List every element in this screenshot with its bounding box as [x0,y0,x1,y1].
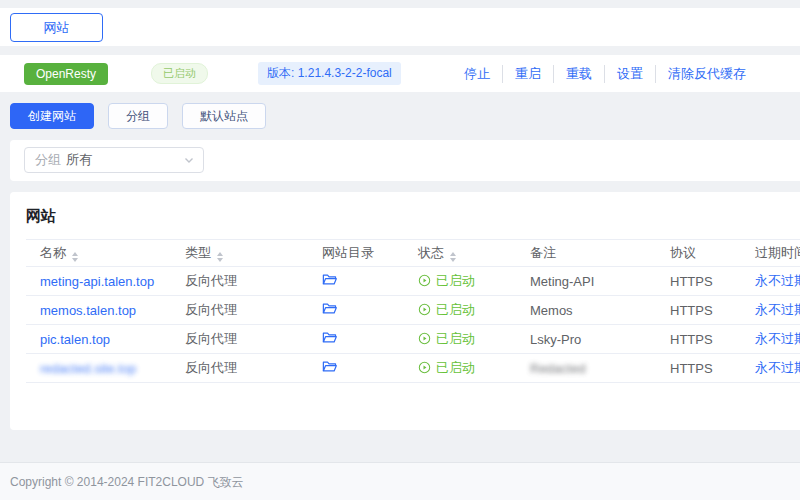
play-circle-icon[interactable] [418,274,431,287]
site-type: 反向代理 [171,354,308,383]
group-filter-select[interactable]: 分组 所有 [24,147,204,173]
chevron-down-icon [183,154,195,166]
table-row: redacted.site.top反向代理已启动RedactedHTTPS永不过… [26,354,800,383]
site-note: Meting-API [530,274,594,289]
websites-table: 名称类型网站目录状态备注协议过期时间 meting-api.talen.top反… [26,239,800,383]
folder-open-icon[interactable] [322,331,337,344]
table-header-row: 名称类型网站目录状态备注协议过期时间 [26,240,800,267]
folder-open-icon[interactable] [322,273,337,286]
site-name-link[interactable]: meting-api.talen.top [40,274,154,289]
column-label: 类型 [185,245,211,260]
column-label: 过期时间 [755,245,800,260]
column-label: 状态 [418,245,444,260]
service-name-badge: OpenResty [24,63,108,85]
sort-caret-icon[interactable] [450,252,456,262]
site-name-link[interactable]: redacted.site.top [40,361,136,376]
status-badge: 已启动 [418,272,475,290]
expire-time-link[interactable]: 永不过期 [755,302,800,317]
column-header-directory: 网站目录 [308,240,404,267]
column-label: 协议 [670,245,696,260]
table-body: meting-api.talen.top反向代理已启动Meting-APIHTT… [26,267,800,383]
service-action-1[interactable]: 停止 [464,65,503,83]
websites-panel: 网站 名称类型网站目录状态备注协议过期时间 meting-api.talen.t… [10,192,800,430]
service-action-4[interactable]: 设置 [617,65,656,83]
expire-time-link[interactable]: 永不过期 [755,360,800,375]
tab-websites[interactable]: 网站 [10,13,103,42]
column-label: 名称 [40,245,66,260]
status-text: 已启动 [436,301,475,319]
column-header-note: 备注 [516,240,656,267]
column-header-status[interactable]: 状态 [404,240,516,267]
column-header-expire: 过期时间 [741,240,800,267]
folder-open-icon[interactable] [322,302,337,315]
group-filter-value: 所有 [66,151,92,169]
site-name-link[interactable]: memos.talen.top [40,303,136,318]
page: { "colors": { "primary": "#2f6cf6", "suc… [0,0,800,500]
group-filter-label: 分组 [35,151,61,169]
site-note: Redacted [530,361,586,376]
column-header-protocol: 协议 [656,240,741,267]
play-circle-icon[interactable] [418,303,431,316]
status-badge: 已启动 [418,359,475,377]
sort-caret-icon[interactable] [72,252,78,262]
site-note: Memos [530,303,573,318]
status-badge: 已启动 [418,330,475,348]
service-status-badge: 已启动 [151,63,208,84]
column-label: 网站目录 [322,245,374,260]
service-action-2[interactable]: 重启 [515,65,554,83]
status-text: 已启动 [436,330,475,348]
expire-time-link[interactable]: 永不过期 [755,331,800,346]
sort-caret-icon[interactable] [217,252,223,262]
folder-open-icon[interactable] [322,360,337,373]
site-type: 反向代理 [171,267,308,296]
service-bar: OpenResty 已启动 版本: 1.21.4.3-2-2-focal 停止重… [0,55,800,92]
site-type: 反向代理 [171,296,308,325]
status-text: 已启动 [436,359,475,377]
default-site-button[interactable]: 默认站点 [182,103,266,129]
service-action-5[interactable]: 清除反代缓存 [668,65,746,83]
tab-bar: 网站 [0,8,800,46]
column-header-type[interactable]: 类型 [171,240,308,267]
create-website-button[interactable]: 创建网站 [10,103,94,129]
copyright-text: Copyright © 2014-2024 FIT2CLOUD 飞致云 [10,474,244,491]
site-protocol: HTTPS [656,354,741,383]
status-text: 已启动 [436,272,475,290]
table-row: meting-api.talen.top反向代理已启动Meting-APIHTT… [26,267,800,296]
site-name-link[interactable]: pic.talen.top [40,332,110,347]
site-type: 反向代理 [171,325,308,354]
service-action-3[interactable]: 重载 [566,65,605,83]
site-protocol: HTTPS [656,325,741,354]
site-protocol: HTTPS [656,267,741,296]
site-note: Lsky-Pro [530,332,581,347]
column-header-name[interactable]: 名称 [26,240,171,267]
expire-time-link[interactable]: 永不过期 [755,273,800,288]
panel-title: 网站 [26,206,800,226]
service-actions: 停止重启重载设置清除反代缓存 [464,55,746,92]
filter-card: 分组 所有 [10,140,800,181]
play-circle-icon[interactable] [418,361,431,374]
play-circle-icon[interactable] [418,332,431,345]
site-protocol: HTTPS [656,296,741,325]
toolbar: 创建网站 分组 默认站点 [10,103,266,129]
table-row: pic.talen.top反向代理已启动Lsky-ProHTTPS永不过期 [26,325,800,354]
table-row: memos.talen.top反向代理已启动MemosHTTPS永不过期 [26,296,800,325]
status-badge: 已启动 [418,301,475,319]
column-label: 备注 [530,245,556,260]
group-button[interactable]: 分组 [108,103,168,129]
service-version-badge: 版本: 1.21.4.3-2-2-focal [258,62,401,85]
